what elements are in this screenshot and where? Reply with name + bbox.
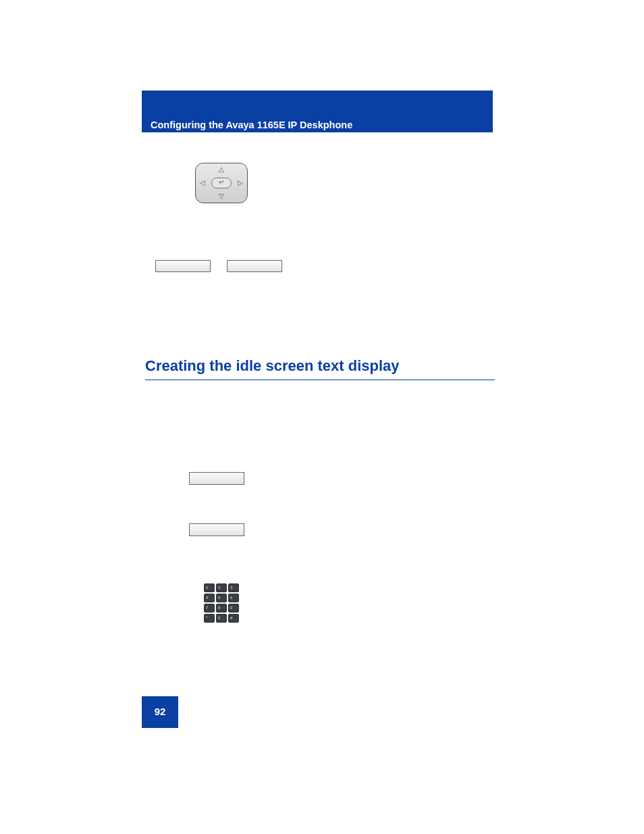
dialpad-key: 0 [216,614,227,623]
dialpad-illustration: 1 2 3 4 5 6 7 8 9 * 0 # [204,583,240,624]
nav-up-icon: △ [219,166,224,173]
dialpad-key: 4 [204,594,215,602]
dialpad-key: 7 [204,604,215,613]
nav-key-illustration: △ ▽ ◁ ▷ ↵ [195,163,248,203]
header-title: Configuring the Avaya 1165E IP Deskphone [151,120,352,130]
dialpad-key: # [228,614,239,623]
softkey-button [189,523,244,536]
dialpad-key: * [204,614,215,623]
page-number: 92 [142,706,178,717]
softkey-pair [155,260,282,272]
dialpad-key: 9 [228,604,239,613]
dialpad-key: 3 [228,583,239,592]
nav-right-icon: ▷ [238,180,243,186]
dialpad-key: 8 [216,604,227,613]
page-number-box: 92 [142,696,178,728]
dialpad-key: 6 [228,594,239,602]
document-page: Configuring the Avaya 1165E IP Deskphone… [0,0,644,834]
dialpad-key: 2 [216,583,227,592]
section-heading: Creating the idle screen text display [145,357,495,380]
softkey-button [189,472,244,485]
nav-enter-icon: ↵ [211,178,232,188]
dialpad-key: 5 [216,594,227,602]
nav-down-icon: ▽ [219,193,224,200]
nav-left-icon: ◁ [200,180,205,186]
softkey-button [155,260,211,272]
softkey-button [227,260,282,272]
dialpad-key: 1 [204,583,215,592]
